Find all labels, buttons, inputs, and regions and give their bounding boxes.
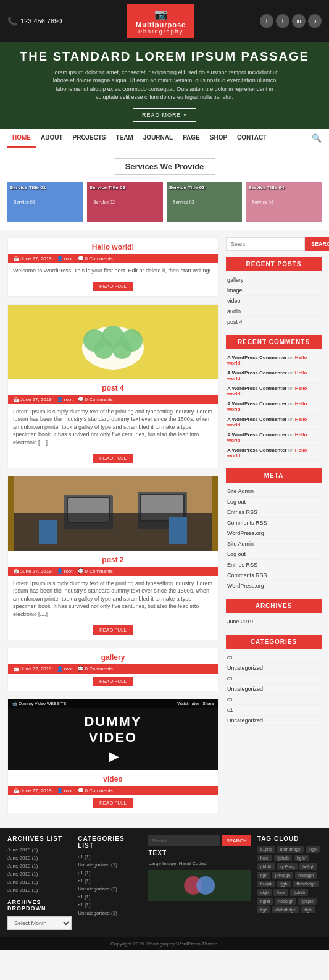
tag-16[interactable]: digh [257, 889, 272, 896]
footer-archive-6[interactable]: June 2019 (1) [7, 886, 72, 894]
cat-c1-1[interactable]: c1 [226, 653, 322, 663]
recent-post-5[interactable]: post 4 [226, 317, 322, 327]
tag-6[interactable]: hgfef [294, 855, 310, 861]
meta-entries-rss-2[interactable]: Entries RSS [226, 560, 322, 570]
post-2-card: post 2 📅 June 27, 2019 👤 root 💬 0 Commen… [7, 476, 219, 640]
instagram-icon[interactable]: in [292, 14, 306, 28]
nav-item-team[interactable]: TEAM [110, 129, 138, 148]
tag-13[interactable]: fjckjnk [257, 881, 275, 887]
tag-19[interactable]: hgfef [257, 898, 273, 905]
read-more-button[interactable]: READ MORE » [133, 108, 196, 122]
tag-20[interactable]: hbdbjgh [275, 898, 296, 905]
cat-c1-4[interactable]: c1 [226, 705, 322, 716]
read-full-gallery-button[interactable]: Read Full [93, 677, 133, 686]
nav-item-contact[interactable]: CONTACT [232, 129, 272, 148]
footer-archive-4[interactable]: June 2019 (1) [7, 870, 72, 878]
meta-site-admin-2[interactable]: Site Admin [226, 539, 322, 549]
recent-post-4[interactable]: audio [226, 306, 322, 317]
footer-cat-4[interactable]: c1 (1) [78, 877, 142, 885]
recent-post-1[interactable]: gallery [226, 275, 322, 285]
nav-item-projects[interactable]: PROJECTS [68, 129, 111, 148]
nav-item-journal[interactable]: JOURNAL [138, 129, 178, 148]
search-button[interactable]: SEARCH [305, 237, 329, 251]
footer-archive-1[interactable]: June 2019 (1) [7, 846, 72, 854]
meta-site-admin-1[interactable]: Site Admin [226, 486, 322, 497]
footer-cat-1[interactable]: c1 (1) [78, 853, 142, 861]
nav-item-home[interactable]: HOME [7, 129, 36, 148]
archives-dropdown-select[interactable]: Select Month [7, 916, 72, 930]
meta-log-out-1[interactable]: Log out [226, 497, 322, 507]
footer-categories-list-items: c1 (1) Uncategorized (1) c1 (1) c1 (1) U… [78, 853, 142, 917]
footer-cat-5[interactable]: Uncategorized (2) [78, 885, 142, 893]
tag-12[interactable]: hbdbjgh [295, 872, 317, 879]
tag-14[interactable]: fjgh [277, 881, 290, 887]
cat-c1-3[interactable]: c1 [226, 695, 322, 705]
recent-post-3[interactable]: video [226, 296, 322, 306]
footer-cat-2[interactable]: Uncategorized (1) [78, 861, 142, 869]
tag-18[interactable]: fjcheb [290, 889, 308, 896]
play-icon[interactable]: ▶ [109, 749, 118, 764]
tag-23[interactable]: dfdhdhdgc [272, 906, 299, 913]
footer-cat-6[interactable]: c1 (1) [78, 893, 142, 901]
read-full-2-button[interactable]: Read Full [93, 625, 133, 635]
pinterest-icon[interactable]: p [308, 14, 322, 28]
meta-wordpress-org-1[interactable]: WordPress.org [226, 528, 322, 539]
nav-item-page[interactable]: PAGE [178, 129, 205, 148]
footer-archive-2[interactable]: June 2019 (1) [7, 854, 72, 862]
post-comments-4: 💬 0 Comments [78, 397, 113, 402]
footer-archive-3[interactable]: June 2019 (1) [7, 862, 72, 870]
meta-comments-rss-2[interactable]: Comments RSS [226, 570, 322, 581]
cat-uncategorized-3[interactable]: Uncategorized [226, 716, 322, 726]
service-label-4: Service Title 04 [248, 185, 284, 190]
tag-5[interactable]: fjcheb [274, 855, 292, 861]
tag-22[interactable]: fjgh [257, 906, 270, 913]
facebook-icon[interactable]: f [260, 14, 273, 28]
tag-11[interactable]: jkfhdjgh [272, 872, 293, 879]
nav-search-icon[interactable]: 🔍 [312, 133, 322, 143]
logo[interactable]: 📷 Multipurpose Photography [127, 4, 194, 38]
service-card-1[interactable]: Service Title 01 [7, 182, 83, 222]
tag-21[interactable]: fjckjnk [298, 898, 316, 905]
meta-log-out-2[interactable]: Log out [226, 549, 322, 560]
tag-17[interactable]: fkcel [273, 889, 288, 896]
cat-c1-2[interactable]: c1 [226, 674, 322, 684]
recent-post-2[interactable]: image [226, 285, 322, 296]
archives-june-2019[interactable]: June 2019 [226, 617, 322, 627]
service-card-2[interactable]: Service Title 02 [87, 182, 163, 222]
twitter-icon[interactable]: t [276, 14, 289, 28]
footer-search-input[interactable] [148, 835, 220, 846]
footer-cat-7[interactable]: c1 (1) [78, 901, 142, 909]
footer-cat-8[interactable]: Uncategorized (1) [78, 909, 142, 917]
tag-7[interactable]: ghbhb [257, 863, 275, 870]
read-full-4-button[interactable]: Read Full [93, 454, 133, 463]
tag-2[interactable]: dfdhdhdgc [277, 846, 304, 853]
nav-item-about[interactable]: ABOUT [36, 129, 68, 148]
footer-cat-3[interactable]: c1 (1) [78, 869, 142, 877]
footer-archive-5[interactable]: June 2019 (1) [7, 878, 72, 886]
service-card-4[interactable]: Service Title 04 [246, 182, 322, 222]
cat-uncategorized-2[interactable]: Uncategorized [226, 684, 322, 695]
tag-24[interactable]: digh [301, 906, 315, 913]
meta-wordpress-org-2[interactable]: WordPress.org [226, 581, 322, 591]
search-input[interactable] [226, 237, 305, 251]
read-full-video-button[interactable]: Read Full [93, 798, 133, 808]
tag-3[interactable]: digh [306, 846, 320, 853]
tag-10[interactable]: fjgh [257, 872, 270, 879]
meta-entries-rss-1[interactable]: Entries RSS [226, 507, 322, 518]
footer-search-button[interactable]: SEARCH [222, 835, 251, 846]
footer-text-widget: SEARCH TEXT Large Image: Hand Coded [148, 835, 251, 930]
services-section: Services We Provide Service Title 01 Ser… [0, 148, 329, 230]
tag-4[interactable]: fkcel [257, 855, 272, 861]
nav-item-shop[interactable]: SHOP [205, 129, 232, 148]
video-placeholder[interactable]: DUMMY VIDEO ▶ [8, 708, 218, 770]
tag-1[interactable]: c1php [257, 846, 275, 853]
cat-uncategorized-1[interactable]: Uncategorized [226, 663, 322, 674]
read-full-hello-button[interactable]: Read Full [93, 282, 133, 291]
tag-9[interactable]: hdflgh [299, 863, 317, 870]
tag-8[interactable]: gcFhoy [277, 863, 298, 870]
recent-posts-section: RECENT POSTS gallery image video audio p… [226, 257, 322, 327]
meta-comments-rss-1[interactable]: Comments RSS [226, 518, 322, 528]
service-card-3[interactable]: Service Title 03 [167, 182, 243, 222]
tag-15[interactable]: dfdhdhdgc [293, 881, 319, 887]
post-author-gallery: 👤 root [57, 666, 73, 672]
